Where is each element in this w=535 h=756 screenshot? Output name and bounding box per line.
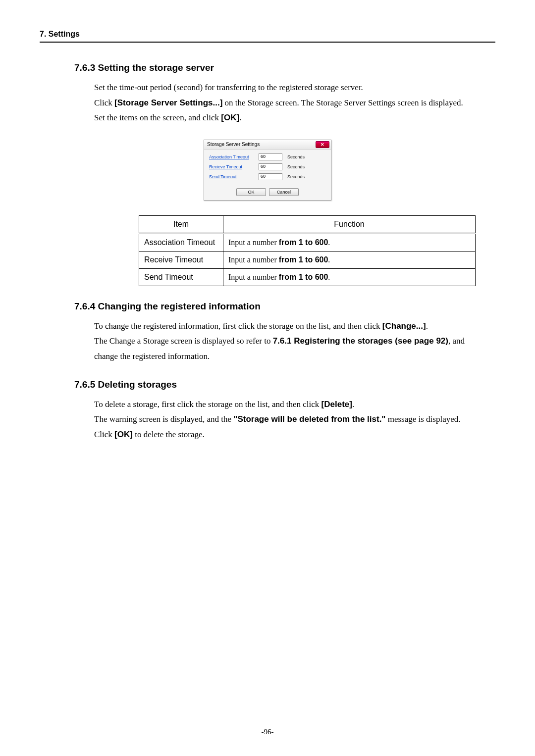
col-item: Item bbox=[139, 215, 223, 233]
heading-763: 7.6.3 Setting the storage server bbox=[74, 62, 495, 73]
text: . bbox=[328, 273, 330, 281]
text: . bbox=[426, 321, 428, 331]
ui-ref-change: [Change...] bbox=[382, 321, 426, 331]
text: Click bbox=[94, 430, 114, 439]
ui-ref-delete: [Delete] bbox=[321, 400, 352, 409]
close-icon[interactable]: ✕ bbox=[316, 141, 329, 148]
dialog-button-row: OK Cancel bbox=[204, 186, 331, 200]
cross-ref-761: 7.6.1 Registering the storages (see page… bbox=[273, 336, 448, 346]
table-row: Send Timeout Input a number from 1 to 60… bbox=[139, 268, 476, 286]
dialog-title-text: Storage Server Settings bbox=[207, 142, 260, 147]
text: . bbox=[239, 113, 241, 122]
header-title: 7. Settings bbox=[40, 30, 80, 38]
warning-message: "Storage will be deleted from the list." bbox=[233, 414, 385, 424]
cell-function: Input a number from 1 to 600. bbox=[223, 233, 476, 251]
unit-label: Seconds bbox=[287, 174, 305, 179]
text: To delete a storage, first click the sto… bbox=[94, 400, 321, 409]
assoc-timeout-label: Association Timeout bbox=[209, 154, 259, 159]
paragraph: Set the items on the screen, and click [… bbox=[94, 110, 476, 126]
unit-label: Seconds bbox=[287, 164, 305, 169]
paragraph: The Change a Storage screen is displayed… bbox=[94, 334, 476, 364]
range: from 1 to 600 bbox=[279, 238, 328, 247]
cancel-button[interactable]: Cancel bbox=[269, 188, 299, 196]
cell-item: Association Timeout bbox=[139, 233, 223, 251]
page-number: -96- bbox=[0, 728, 535, 736]
text: . bbox=[328, 255, 330, 264]
text: The Change a Storage screen is displayed… bbox=[94, 336, 273, 346]
ok-button[interactable]: OK bbox=[236, 188, 266, 196]
table-header-row: Item Function bbox=[139, 215, 476, 233]
heading-765: 7.6.5 Deleting storages bbox=[74, 379, 495, 390]
text: to delete the storage. bbox=[133, 430, 205, 439]
paragraph: Click [OK] to delete the storage. bbox=[94, 427, 476, 443]
ui-ref-storage-server-settings: [Storage Server Settings...] bbox=[114, 98, 222, 107]
table-row: Association Timeout Input a number from … bbox=[139, 233, 476, 251]
text: To change the registered information, fi… bbox=[94, 321, 382, 331]
dialog-row: Recieve Timeout 60 Seconds bbox=[209, 163, 326, 170]
text: Input a number bbox=[228, 273, 279, 281]
page-header: 7. Settings bbox=[40, 30, 495, 43]
paragraph: To delete a storage, first click the sto… bbox=[94, 397, 476, 412]
text: Input a number bbox=[228, 255, 279, 264]
send-timeout-input[interactable]: 60 bbox=[259, 173, 282, 180]
unit-label: Seconds bbox=[287, 154, 305, 159]
cell-function: Input a number from 1 to 600. bbox=[223, 268, 476, 286]
cell-item: Send Timeout bbox=[139, 268, 223, 286]
receive-timeout-input[interactable]: 60 bbox=[259, 163, 282, 170]
text: Click bbox=[94, 98, 114, 107]
receive-timeout-label: Recieve Timeout bbox=[209, 164, 259, 169]
assoc-timeout-input[interactable]: 60 bbox=[259, 153, 282, 160]
cell-function: Input a number from 1 to 600. bbox=[223, 251, 476, 268]
dialog-titlebar: Storage Server Settings ✕ bbox=[204, 140, 331, 150]
paragraph: Set the time-out period (second) for tra… bbox=[94, 80, 476, 96]
text: . bbox=[328, 238, 330, 247]
text: message is displayed. bbox=[385, 414, 460, 424]
dialog-row: Association Timeout 60 Seconds bbox=[209, 153, 326, 160]
table-row: Receive Timeout Input a number from 1 to… bbox=[139, 251, 476, 268]
text: The warning screen is displayed, and the bbox=[94, 414, 233, 424]
send-timeout-label: Send Timeout bbox=[209, 174, 259, 179]
range: from 1 to 600 bbox=[279, 255, 328, 264]
paragraph: The warning screen is displayed, and the… bbox=[94, 412, 476, 427]
text: . bbox=[352, 400, 354, 409]
storage-server-settings-dialog: Storage Server Settings ✕ Association Ti… bbox=[204, 140, 331, 201]
paragraph: To change the registered information, fi… bbox=[94, 319, 476, 334]
range: from 1 to 600 bbox=[279, 273, 328, 281]
dialog-body: Association Timeout 60 Seconds Recieve T… bbox=[204, 150, 331, 186]
text: on the Storage screen. The Storage Serve… bbox=[222, 98, 463, 107]
dialog-screenshot: Storage Server Settings ✕ Association Ti… bbox=[40, 140, 495, 201]
ui-ref-ok: [OK] bbox=[114, 430, 133, 439]
settings-table: Item Function Association Timeout Input … bbox=[139, 215, 476, 286]
heading-764: 7.6.4 Changing the registered informatio… bbox=[74, 301, 495, 312]
cell-item: Receive Timeout bbox=[139, 251, 223, 268]
text: Input a number bbox=[228, 238, 279, 247]
col-function: Function bbox=[223, 215, 476, 233]
ui-ref-ok: [OK] bbox=[221, 113, 239, 122]
paragraph: Click [Storage Server Settings...] on th… bbox=[94, 96, 476, 111]
dialog-row: Send Timeout 60 Seconds bbox=[209, 173, 326, 180]
text: Set the time-out period (second) for tra… bbox=[94, 83, 363, 92]
text: Set the items on the screen, and click bbox=[94, 113, 221, 122]
